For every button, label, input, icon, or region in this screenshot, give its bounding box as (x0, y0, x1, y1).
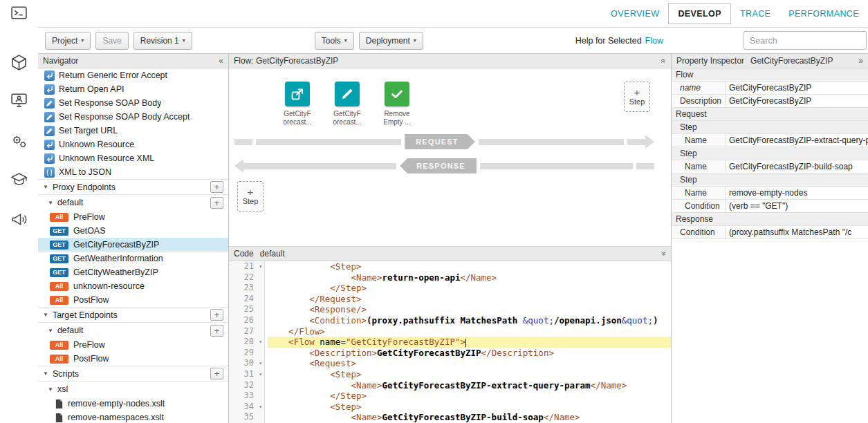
flow-item-preflow[interactable]: AllPreFlow (38, 210, 228, 224)
flow-item-unknown-resource[interactable]: Allunknown-resource (38, 279, 228, 293)
tab-performance[interactable]: PERFORMANCE (779, 3, 868, 24)
section-target-endpoints[interactable]: ▼Target Endpoints+ (38, 307, 228, 323)
inspector-prop-row: Condition(proxy.pathsuffix MatchesPath "… (672, 226, 868, 239)
response-arrowhead-icon (234, 159, 243, 173)
policy-label: Unknown Resource (59, 140, 134, 149)
code-editor[interactable]: 21▾22232425262728▾2930▾31▾323334▾35 <Ste… (229, 261, 671, 423)
prop-value[interactable]: GetCityForecastByZIP-build-soap (726, 160, 868, 173)
fold-icon[interactable]: ▾ (259, 369, 262, 380)
prop-value[interactable]: remove-empty-nodes (726, 187, 868, 199)
code-line[interactable]: </Request> (268, 294, 671, 305)
inspector-prop-row: Nameremove-empty-nodes (672, 187, 868, 200)
tab-overview[interactable]: OVERVIEW (602, 3, 668, 24)
code-line[interactable]: <Step> (268, 369, 671, 380)
tab-trace[interactable]: TRACE (731, 3, 779, 24)
add-proxy-endpoints-button[interactable]: + (210, 181, 223, 193)
code-line[interactable]: </Step> (268, 391, 671, 402)
flow-item-getoas[interactable]: GETGetOAS (38, 224, 228, 238)
flow-bar-segment (480, 163, 633, 169)
flow-step-check[interactable]: RemoveEmpty ... (378, 82, 416, 126)
code-line[interactable]: </Flow> (268, 326, 671, 337)
code-line[interactable]: </Step> (268, 283, 671, 294)
code-line[interactable]: <Step> (268, 402, 671, 413)
flow-item-preflow[interactable]: AllPreFlow (38, 338, 228, 352)
project-button[interactable]: Project▾ (45, 32, 91, 50)
graduation-cap-icon[interactable] (10, 171, 28, 188)
code-line[interactable]: <Name>GetCityForecastByZIP-build-soap</N… (268, 412, 671, 423)
group-default[interactable]: ▼default+ (38, 195, 228, 210)
section-scripts[interactable]: ▼Scripts+ (38, 366, 228, 382)
flow-item-getweatherinformation[interactable]: GETGetWeatherInformation (38, 252, 228, 265)
flow-bar-segment (234, 139, 252, 145)
collapse-navigator-icon[interactable]: « (219, 56, 223, 66)
policy-item-unknown-resource[interactable]: Unknown Resource (38, 138, 228, 151)
terminal-icon[interactable] (10, 4, 28, 21)
revision-1-button[interactable]: Revision 1▾ (133, 32, 192, 50)
code-lines[interactable]: <Step> <Name>return-open-api</Name> </St… (265, 261, 671, 423)
flow-item-postflow[interactable]: AllPostFlow (38, 293, 228, 307)
flow-item-getcityweatherbyzip[interactable]: GETGetCityWeatherByZIP (38, 265, 228, 279)
code-line[interactable]: <Name>return-open-api</Name> (268, 272, 671, 283)
prop-value[interactable]: GetCityForecastByZIP-extract-query-param (726, 134, 868, 147)
code-line[interactable]: <Request> (268, 358, 671, 369)
package-icon[interactable] (10, 54, 28, 71)
save-button[interactable]: Save (95, 32, 128, 50)
fold-icon[interactable]: ▾ (259, 358, 262, 369)
prop-value[interactable]: GetCityForecastByZIP (726, 95, 868, 107)
policy-raise-fault-icon (44, 84, 55, 95)
deployment-button[interactable]: Deployment▾ (359, 32, 423, 50)
flow-step-extract-variables[interactable]: GetCityForecast... (279, 82, 316, 126)
megaphone-icon[interactable] (10, 211, 28, 228)
group-title: xsl (57, 384, 68, 394)
flow-step-assign-message[interactable]: GetCityForecast... (329, 82, 366, 126)
flow-bar-segment (479, 139, 624, 145)
collapse-inspector-icon[interactable]: » (858, 56, 863, 66)
flow-item-getcityforecastbyzip[interactable]: GETGetCityForecastByZIP (38, 238, 228, 252)
add-step-button-top[interactable]: + Step (624, 82, 650, 112)
add-scripts-button[interactable]: + (210, 368, 223, 379)
policy-item-set-target-url[interactable]: Set Target URL (38, 124, 228, 138)
policy-item-return-generic-error-accept[interactable]: Return Generic Error Accept (38, 68, 228, 82)
prop-value[interactable]: (proxy.pathsuffix MatchesPath "/c (726, 226, 868, 238)
tab-develop[interactable]: DEVELOP (668, 3, 731, 24)
prop-value[interactable]: GetCityForecastByZIP (726, 82, 868, 94)
fold-icon[interactable]: ▾ (259, 261, 262, 272)
code-line[interactable]: <Response/> (268, 304, 671, 315)
policy-label: Return Open API (59, 84, 124, 94)
group-default[interactable]: ▼default+ (38, 323, 228, 338)
add-step-button-bottom[interactable]: + Step (237, 181, 264, 212)
policy-item-set-response-soap-body-accept[interactable]: Set Response SOAP Body Accept (38, 110, 228, 124)
collapse-code-panel-icon[interactable]: « (659, 252, 669, 256)
caret-down-icon: ▾ (344, 37, 347, 44)
code-line[interactable]: <Step> (268, 261, 671, 272)
monitor-user-icon[interactable] (10, 91, 28, 109)
code-line[interactable]: <Description>GetCityForecastByZIP</Descr… (268, 348, 671, 359)
code-line[interactable]: <Flow name="GetCityForecastByZIP"> (268, 337, 671, 348)
script-file-remove-namespaces-xslt[interactable]: remove-namespaces.xslt (38, 411, 228, 423)
flow-item-postflow[interactable]: AllPostFlow (38, 352, 228, 366)
property-inspector-subtitle: GetCityForecastByZIP (750, 56, 833, 66)
policy-item-return-open-api[interactable]: Return Open API (38, 82, 228, 96)
search-input[interactable] (744, 31, 867, 50)
inspector-section-row: Request (672, 108, 868, 121)
gears-icon[interactable] (10, 133, 28, 150)
script-file-remove-empty-nodes-xslt[interactable]: remove-empty-nodes.xslt (38, 397, 228, 411)
prop-value[interactable]: (verb == "GET") (726, 200, 868, 212)
fold-icon[interactable]: ▾ (259, 337, 262, 348)
policy-label: XML to JSON (59, 167, 111, 177)
code-line[interactable]: <Name>GetCityForecastByZIP-extract-query… (268, 380, 671, 391)
policy-item-set-response-soap-body[interactable]: Set Response SOAP Body (38, 96, 228, 110)
section-proxy-endpoints[interactable]: ▼Proxy Endpoints+ (38, 179, 228, 195)
code-line[interactable]: <Condition>(proxy.pathsuffix MatchesPath… (268, 315, 671, 326)
collapse-flow-panel-icon[interactable]: « (659, 59, 669, 64)
add-button[interactable]: + (210, 197, 223, 209)
policy-item-xml-to-json[interactable]: XML to JSON (38, 165, 228, 179)
fold-icon[interactable]: ▾ (259, 402, 262, 413)
policy-item-unknown-resource-xml[interactable]: Unknown Resource XML (38, 151, 228, 165)
help-flow-link[interactable]: Flow (645, 36, 663, 46)
line-number: 26 (229, 315, 264, 326)
add-button[interactable]: + (210, 325, 223, 337)
tools-button[interactable]: Tools▾ (315, 32, 354, 50)
add-target-endpoints-button[interactable]: + (210, 309, 223, 321)
group-xsl[interactable]: ▼xsl (38, 382, 228, 397)
